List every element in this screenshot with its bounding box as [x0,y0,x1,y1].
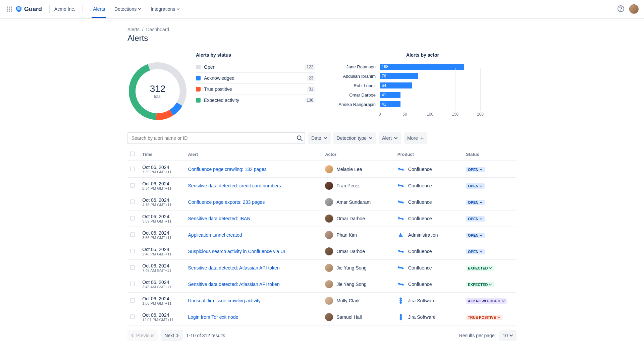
actor-bar-row[interactable]: Annika Rangarajan 41 [329,101,517,108]
row-date: Oct 05, 2024 [142,247,182,252]
product-name: Jira Software [408,314,436,320]
filter-date[interactable]: Date [308,132,331,144]
row-date: Oct 06, 2024 [142,230,182,236]
chevron-right-icon [175,334,179,338]
table-row: Oct 06, 2024 3:45 AM GMT+11 Sensitive da… [127,276,517,293]
legend-row[interactable]: True postitive 31 [196,84,315,95]
status-badge[interactable]: ACKNOWLEDGED [466,298,507,304]
row-checkbox[interactable] [130,183,135,188]
app-switcher-icon[interactable] [5,5,13,13]
filter-detection-type[interactable]: Detection type [333,132,376,144]
filter-label: More [407,135,418,141]
row-checkbox[interactable] [130,199,135,204]
status-badge[interactable]: OPEN [466,183,485,189]
status-badge[interactable]: OPEN [466,216,485,222]
status-text: OPEN [468,217,478,221]
row-time: 5:34 PM GMT+11 [142,186,182,190]
col-header-alert[interactable]: Alert [185,148,323,161]
user-avatar[interactable] [629,4,639,14]
axis-tick: 100 [427,112,433,117]
row-checkbox[interactable] [130,249,135,253]
status-badge[interactable]: OPEN [466,200,485,205]
col-header-actor[interactable]: Actor [322,148,395,161]
col-header-status[interactable]: Status [463,148,517,161]
actor-bar-row[interactable]: Abdullah Ibrahim 76 [329,72,517,80]
legend-row[interactable]: Expected activity 136 [196,95,315,106]
breadcrumb-root[interactable]: Alerts [127,27,140,32]
legend-row[interactable]: Open 122 [196,62,315,73]
chevron-left-icon [131,334,135,338]
row-checkbox[interactable] [130,314,135,319]
per-page-select[interactable]: 10 [499,330,517,341]
actor-avatar[interactable] [325,280,333,288]
alert-link[interactable]: Application tunnel created [188,232,242,238]
filter-alert[interactable]: Alert [379,132,401,144]
nav-tab-alerts[interactable]: Alerts [89,1,109,17]
col-header-product[interactable]: Product [395,148,463,161]
brand[interactable]: Guard [15,6,42,13]
row-checkbox[interactable] [130,265,135,270]
actor-avatar[interactable] [325,247,333,255]
select-all-checkbox[interactable] [130,152,135,156]
alert-link[interactable]: Confluence page crawling: 132 pages [188,167,267,172]
org-name[interactable]: Acme Inc. [54,6,75,12]
actor-bar-row[interactable]: Omar Darboe 41 [329,91,517,99]
status-badge[interactable]: EXPECTED [466,265,494,271]
alert-link[interactable]: Sensitive data detected: Atlassian API t… [188,265,280,270]
actor-avatar[interactable] [325,165,333,173]
actor-name: Melanie Lee [336,167,362,172]
actor-avatar[interactable] [325,313,333,321]
status-badge[interactable]: TRUE POSITIVE [466,315,502,320]
gridline [480,68,481,111]
row-checkbox[interactable] [130,298,135,303]
status-badge[interactable]: EXPECTED [466,282,494,287]
breadcrumb-sep: / [142,27,144,32]
page-title: Alerts [127,34,517,43]
legend-label: Expected activity [204,98,301,103]
status-badge[interactable]: OPEN [466,233,485,238]
alert-link[interactable]: Suspicious search activity in Confluence… [188,249,285,254]
alert-link[interactable]: Confluence page exports: 233 pages [188,199,265,205]
actor-avatar[interactable] [325,215,333,223]
status-badge[interactable]: OPEN [466,167,485,172]
search-icon[interactable] [297,135,303,141]
product-name: Confluence [408,265,432,270]
legend-row[interactable]: Acknowledged 23 [196,73,315,84]
actor-avatar[interactable] [325,297,333,305]
prev-button[interactable]: Previous [127,330,158,341]
actor-bar-row[interactable]: Jane Rotanson 168 [329,63,517,70]
search-input[interactable] [127,132,305,144]
alert-link[interactable]: Sensitive data detected: credit card num… [188,183,281,188]
actor-name: Omar Darboe [329,93,376,98]
confluence-icon [397,182,404,189]
atlassian-icon [397,232,404,238]
table-row: Oct 06, 2024 7:45 AM GMT+11 Sensitive da… [127,260,517,276]
row-checkbox[interactable] [130,232,135,237]
next-label: Next [164,333,174,338]
status-badge[interactable]: OPEN [466,249,485,254]
chevron-down-icon [394,136,398,140]
next-button[interactable]: Next [161,330,183,341]
actor-avatar[interactable] [325,264,333,272]
per-page-label: Results per page: [459,333,496,338]
alert-link[interactable]: Login from Tor exit node [188,314,238,320]
row-checkbox[interactable] [130,282,135,286]
help-icon[interactable] [617,5,625,13]
actor-bar-row[interactable]: Robi Lopez 64 [329,82,517,89]
row-time: 12:01 PM GMT+11 [142,318,182,322]
actor-name: Amar Sundaram [336,199,371,205]
row-time: 3:56 PM GMT+11 [142,236,182,240]
filter-more[interactable]: More [404,132,427,144]
actor-avatar[interactable] [325,198,333,206]
status-text: TRUE POSITIVE [468,315,496,319]
actor-avatar[interactable] [325,182,333,190]
row-checkbox[interactable] [130,216,135,221]
col-header-time[interactable]: Time [140,148,185,161]
actor-avatar[interactable] [325,231,333,239]
alert-link[interactable]: Sensitive data detected: Atlassian API t… [188,282,280,287]
nav-tab-integrations[interactable]: Integrations [147,1,184,17]
row-checkbox[interactable] [130,167,135,171]
alert-link[interactable]: Unusual Jira issue crawling activity [188,298,261,303]
alert-link[interactable]: Sensitive data detected: IBAN [188,216,251,221]
nav-tab-detections[interactable]: Detections [110,1,145,17]
